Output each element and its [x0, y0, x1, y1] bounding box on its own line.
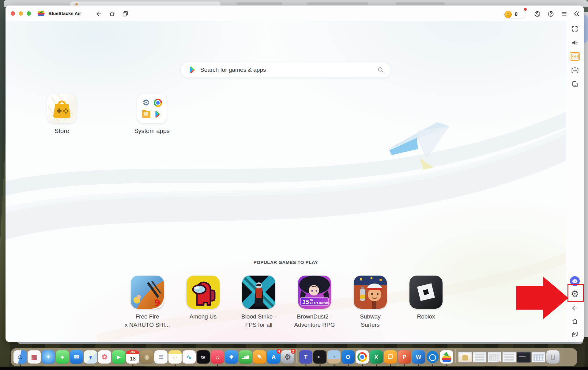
coin-balance[interactable]: ⬡ 0	[503, 10, 526, 19]
dock-teams[interactable]: T	[299, 350, 312, 364]
running-indicator	[446, 364, 447, 366]
dock-mail[interactable]: ✉	[70, 350, 83, 364]
game-free-fire[interactable]: Free Fire x NARUTO SHI...	[119, 276, 175, 329]
dock-chrome[interactable]	[356, 350, 369, 364]
game-label: Roblox	[417, 312, 435, 321]
dock-excel[interactable]: X	[370, 350, 383, 364]
recent-tabs-button[interactable]	[121, 10, 129, 18]
home-button[interactable]	[108, 10, 116, 18]
play-store-mini-icon	[154, 110, 162, 118]
menu-button[interactable]	[560, 10, 568, 18]
store-shortcut[interactable]: Store	[37, 94, 86, 135]
dock-terminal[interactable]: >_	[313, 350, 326, 364]
running-indicator	[376, 364, 377, 366]
dock-system-settings[interactable]: ⚙2	[281, 350, 294, 364]
outlook-icon: O	[341, 350, 355, 364]
multi-instance-icon[interactable]	[571, 80, 579, 88]
dock-calendar[interactable]: JAN18	[126, 350, 139, 364]
home-canvas: Search for games & apps Store	[6, 21, 566, 342]
dock-maps[interactable]: ➤	[84, 350, 97, 364]
minimized-document-window-icon	[473, 352, 487, 363]
dock-minimized-calendar-window[interactable]: 17	[488, 352, 501, 364]
system-apps-folder[interactable]: ⚙ System apps	[127, 94, 176, 135]
terminal-icon: >_	[313, 350, 326, 364]
popular-games-row: Free Fire x NARUTO SHI... Among Us	[119, 276, 454, 329]
dock-bluestacks[interactable]	[440, 350, 453, 364]
popular-games-heading: POPULAR GAMES TO PLAY	[6, 260, 566, 265]
chrome-mini-icon	[154, 99, 162, 107]
dock-trash[interactable]: ⋃	[546, 350, 560, 364]
dock-onedrive[interactable]: ◯	[426, 350, 439, 364]
dock-minimized-archive-window[interactable]	[458, 352, 472, 364]
keyboard-icon[interactable]	[570, 52, 580, 61]
settings-mini-icon: ⚙	[142, 99, 150, 107]
minimize-window-button[interactable]	[19, 11, 23, 16]
game-roblox[interactable]: Roblox	[398, 276, 454, 329]
dock-apple-tv[interactable]: tv	[197, 350, 210, 364]
android-back-icon[interactable]	[571, 304, 579, 312]
store-icon	[47, 94, 77, 123]
minimized-terminal-window-icon	[517, 352, 531, 363]
search-bar[interactable]: Search for games & apps	[180, 62, 391, 78]
dock-keynote[interactable]: ❖	[225, 350, 238, 364]
dock-launchpad[interactable]: ▦	[28, 350, 41, 364]
dock-minimized-finder-window[interactable]	[532, 352, 545, 364]
dock-photos[interactable]: ✿	[98, 350, 111, 364]
zoom-window-button[interactable]	[27, 11, 31, 16]
coin-icon: ⬡	[504, 11, 512, 18]
dock-minimized-document-window[interactable]	[473, 352, 487, 364]
game-label: Free Fire x NARUTO SHI...	[125, 312, 170, 329]
collapse-sidebar-button[interactable]	[573, 10, 581, 18]
android-recents-icon[interactable]	[571, 331, 579, 338]
fullscreen-icon[interactable]	[571, 25, 579, 33]
running-indicator	[404, 364, 405, 366]
game-icon-free-fire	[131, 276, 164, 309]
running-indicator	[334, 364, 335, 366]
game-blood-strike[interactable]: Blood Strike - FPS for all	[231, 276, 287, 329]
system-apps-label: System apps	[134, 128, 170, 135]
android-home-icon[interactable]	[571, 318, 579, 325]
dock-minimized-document-window-2[interactable]	[502, 352, 516, 364]
dock-powerpoint[interactable]: P	[398, 350, 411, 364]
running-indicator	[175, 364, 176, 366]
apple-tv-icon: tv	[197, 350, 210, 364]
install-apk-icon[interactable]: APK	[571, 66, 579, 74]
running-indicator	[390, 364, 391, 366]
dock-numbers[interactable]: ▂▅▇	[239, 350, 252, 364]
dock-contacts[interactable]: ◉	[140, 350, 153, 364]
volume-icon[interactable]	[571, 38, 579, 47]
game-among-us[interactable]: Among Us	[175, 276, 231, 329]
game-browndust2[interactable]: 15 TH 15TH ANNIV. BrownDust2 - Adventure…	[287, 276, 342, 329]
dock-reminders[interactable]: ☰	[154, 350, 168, 364]
calendar-icon: JAN18	[126, 350, 139, 364]
running-indicator	[362, 364, 363, 366]
google-play-icon	[189, 66, 196, 74]
dock-music[interactable]: ♫	[211, 350, 224, 364]
dock-word[interactable]: W	[412, 350, 425, 364]
dock-pages[interactable]: ✎	[253, 350, 266, 364]
dock-finder[interactable]: ☺	[13, 350, 27, 364]
annotation-arrow-body	[516, 286, 544, 310]
dock-preview[interactable]: ◔	[327, 350, 341, 364]
dock-freeform[interactable]: ∿	[183, 350, 196, 364]
game-subway-surfers[interactable]: Subway Surfers	[342, 276, 398, 329]
bluestacks-window: BlueStacks Air ⬡ 0	[6, 6, 584, 342]
dock-facetime[interactable]: ▶	[112, 350, 125, 364]
dock-minimized-terminal-window[interactable]	[517, 352, 531, 364]
photos-icon: ✿	[98, 350, 111, 364]
account-button[interactable]	[533, 10, 541, 18]
bluestacks-logo-icon	[37, 9, 45, 17]
help-button[interactable]	[547, 10, 555, 18]
game-icon-blood-strike	[242, 276, 275, 309]
game-label: Subway Surfers	[360, 312, 381, 329]
music-icon: ♫	[211, 350, 224, 364]
dock-notes[interactable]: ▭	[168, 350, 182, 364]
dock-safari[interactable]: ✦	[42, 350, 55, 364]
dock-outlook[interactable]: O	[341, 350, 355, 364]
dock-books[interactable]: ❐	[384, 350, 397, 364]
dock-app-store[interactable]: A4	[267, 350, 280, 364]
close-window-button[interactable]	[11, 11, 15, 16]
word-icon: W	[412, 350, 425, 364]
dock-messages[interactable]: ●	[56, 350, 69, 364]
back-button[interactable]	[95, 10, 103, 18]
